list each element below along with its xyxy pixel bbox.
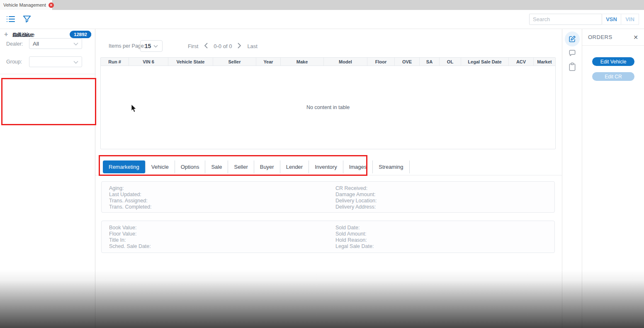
sale-left-column: Book Value:Floor Value:Title In:Sched. S… bbox=[102, 221, 328, 253]
chevron-down-icon bbox=[73, 59, 78, 65]
items-per-page-label: Items per Page: bbox=[109, 43, 145, 49]
dealer-label: Dealer: bbox=[6, 41, 23, 47]
detail-tab[interactable]: Vehicle bbox=[146, 160, 175, 173]
orders-header: ORDERS ✕ bbox=[582, 29, 644, 46]
detail-tab[interactable]: Inventory bbox=[309, 160, 343, 173]
sidebar: Dealer: All Group: + Active 161 + Off Si… bbox=[0, 29, 95, 328]
table-column-header[interactable]: Market bbox=[534, 58, 555, 66]
side-icon-strip bbox=[562, 29, 582, 328]
detail-tab[interactable]: Options bbox=[175, 160, 206, 173]
detail-tab[interactable]: Seller bbox=[228, 160, 254, 173]
table-column-header[interactable]: Run # bbox=[101, 58, 129, 66]
tab-title: Vehicle Management bbox=[3, 2, 46, 7]
remarketing-info-panel: Aging:Last Updated:Trans. Assigned:Trans… bbox=[101, 181, 555, 213]
edit-cr-button[interactable]: Edit CR bbox=[592, 72, 634, 81]
edit-vehicle-button[interactable]: Edit Vehicle bbox=[592, 57, 634, 66]
table-column-header[interactable]: OVE bbox=[395, 58, 420, 66]
table-column-header[interactable]: Model bbox=[324, 58, 367, 66]
table-column-header[interactable]: Floor bbox=[367, 58, 395, 66]
sidebar-divider bbox=[0, 74, 95, 74]
field-label: Trans. Completed: bbox=[109, 204, 328, 210]
vin-button[interactable]: VIN bbox=[621, 14, 639, 25]
chevron-down-icon bbox=[73, 41, 78, 47]
dealer-select-value: All bbox=[33, 41, 39, 47]
field-label: Sched. Sale Date: bbox=[109, 243, 328, 250]
remarketing-left-column: Aging:Last Updated:Trans. Assigned:Trans… bbox=[102, 182, 328, 212]
table-column-header[interactable]: Make bbox=[281, 58, 324, 66]
detail-tab[interactable]: Images bbox=[343, 160, 373, 173]
toolbar: VSN VIN bbox=[0, 10, 644, 29]
table-column-header[interactable]: ACV bbox=[509, 58, 534, 66]
table-header-row: Run #VIN 6Vehicle StateSellerYearMakeMod… bbox=[101, 58, 555, 66]
detail-tab[interactable]: Buyer bbox=[254, 160, 280, 173]
field-label: CR Received: bbox=[335, 185, 554, 192]
items-per-page-select[interactable]: 15 bbox=[140, 40, 163, 52]
table-column-header[interactable]: Year bbox=[256, 58, 281, 66]
filter-icon[interactable] bbox=[22, 15, 32, 25]
pagination: First 0-0 of 0 Last bbox=[188, 40, 258, 52]
main-content: Items per Page: 15 First 0-0 of 0 Last R… bbox=[95, 29, 562, 328]
last-page-button[interactable]: Last bbox=[247, 43, 258, 49]
table-column-header[interactable]: OL bbox=[440, 58, 461, 66]
close-icon[interactable]: ✕ bbox=[49, 2, 54, 8]
tree-item-label: InActive bbox=[12, 31, 34, 38]
field-label: Legal Sale Date: bbox=[335, 243, 554, 250]
window-tab-bar: Vehicle Management ✕ bbox=[0, 0, 644, 10]
field-label: Damage Amount: bbox=[335, 192, 554, 198]
tab-vehicle-management[interactable]: Vehicle Management ✕ bbox=[0, 0, 53, 10]
field-label: Aging: bbox=[109, 185, 328, 192]
field-label: Sold Date: bbox=[335, 225, 554, 231]
field-label: Sold Amount: bbox=[335, 231, 554, 237]
field-label: Delivery Location: bbox=[335, 198, 554, 204]
orders-title: ORDERS bbox=[588, 34, 612, 40]
chevron-down-icon bbox=[153, 45, 158, 48]
field-label: Delivery Address: bbox=[335, 204, 554, 210]
group-label: Group: bbox=[6, 59, 22, 65]
field-label: Title In: bbox=[109, 237, 328, 243]
field-label: Last Updated: bbox=[109, 192, 328, 198]
detail-tab[interactable]: Sale bbox=[205, 160, 228, 173]
count-badge: 12892 bbox=[70, 31, 91, 38]
detail-tab[interactable]: Remarketing bbox=[103, 160, 146, 173]
remarketing-right-column: CR Received:Damage Amount:Delivery Locat… bbox=[328, 182, 554, 212]
detail-tab[interactable]: Streaming bbox=[373, 160, 409, 173]
field-label: Book Value: bbox=[109, 225, 328, 231]
vehicles-table: Run #VIN 6Vehicle StateSellerYearMakeMod… bbox=[100, 57, 556, 149]
table-column-header[interactable]: SA bbox=[420, 58, 440, 66]
expand-plus-icon[interactable]: + bbox=[4, 31, 12, 38]
tree-item[interactable]: + InActive 12892 bbox=[4, 29, 91, 40]
group-select[interactable] bbox=[29, 56, 82, 67]
field-label: Floor Value: bbox=[109, 231, 328, 237]
table-empty-message: No content in table bbox=[101, 66, 555, 149]
field-label: Hold Reason: bbox=[335, 237, 554, 243]
page-range-label: 0-0 of 0 bbox=[214, 43, 232, 49]
items-per-page-value: 15 bbox=[145, 43, 151, 49]
comment-icon[interactable] bbox=[568, 49, 576, 59]
search-input[interactable] bbox=[529, 14, 602, 25]
close-icon[interactable]: ✕ bbox=[633, 34, 638, 41]
detail-tab[interactable]: Lender bbox=[280, 160, 309, 173]
table-column-header[interactable]: Seller bbox=[213, 58, 256, 66]
orders-panel: ORDERS ✕ Edit Vehicle Edit CR bbox=[582, 29, 644, 328]
detail-tabs: RemarketingVehicleOptionsSaleSellerBuyer… bbox=[95, 158, 562, 175]
vsn-button[interactable]: VSN bbox=[602, 14, 621, 25]
table-column-header[interactable]: Legal Sale Date bbox=[461, 58, 509, 66]
table-column-header[interactable]: VIN 6 bbox=[129, 58, 168, 66]
edit-icon[interactable] bbox=[565, 32, 580, 46]
field-label: Trans. Assigned: bbox=[109, 198, 328, 204]
chevron-right-icon[interactable] bbox=[238, 43, 241, 50]
first-page-button[interactable]: First bbox=[188, 43, 198, 49]
list-icon[interactable] bbox=[6, 14, 16, 26]
clipboard-icon[interactable] bbox=[568, 62, 576, 73]
sale-right-column: Sold Date:Sold Amount:Hold Reason:Legal … bbox=[328, 221, 554, 253]
vehicle-management-screen: Vehicle Management ✕ VSN VIN Dealer: bbox=[0, 0, 644, 328]
chevron-left-icon[interactable] bbox=[204, 43, 208, 50]
sale-info-panel: Book Value:Floor Value:Title In:Sched. S… bbox=[101, 221, 555, 253]
table-column-header[interactable]: Vehicle State bbox=[168, 58, 213, 66]
